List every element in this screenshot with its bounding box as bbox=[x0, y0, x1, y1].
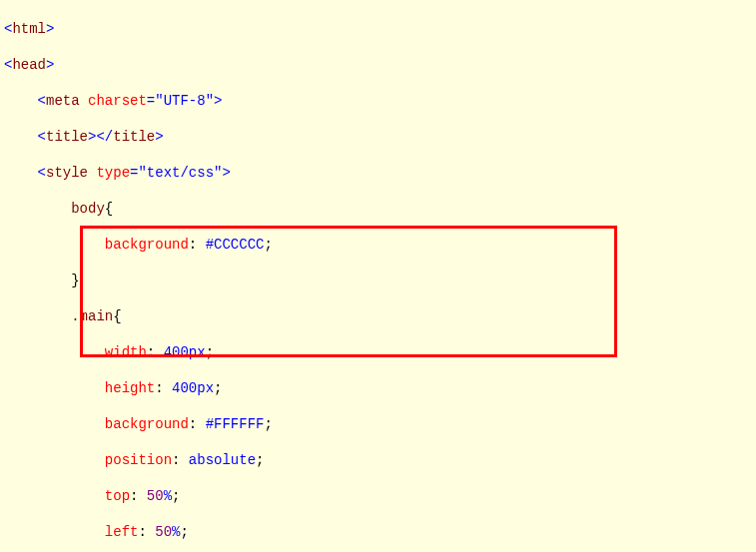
code-line: width: 400px; bbox=[4, 343, 752, 361]
code-line: background: #CCCCCC; bbox=[4, 236, 752, 254]
code-line: <head> bbox=[4, 56, 752, 74]
code-line: <title></title> bbox=[4, 128, 752, 146]
code-line: top: 50%; bbox=[4, 487, 752, 505]
code-line: position: absolute; bbox=[4, 451, 752, 469]
code-line: body{ bbox=[4, 200, 752, 218]
code-line: <style type="text/css"> bbox=[4, 164, 752, 182]
code-line: <meta charset="UTF-8"> bbox=[4, 92, 752, 110]
code-line: .main{ bbox=[4, 307, 752, 325]
code-block: <html> <head> <meta charset="UTF-8"> <ti… bbox=[4, 2, 752, 552]
code-line: } bbox=[4, 272, 752, 289]
code-line: <html> bbox=[4, 20, 752, 38]
code-line: background: #FFFFFF; bbox=[4, 415, 752, 433]
code-line: left: 50%; bbox=[4, 523, 752, 541]
code-line: height: 400px; bbox=[4, 379, 752, 397]
